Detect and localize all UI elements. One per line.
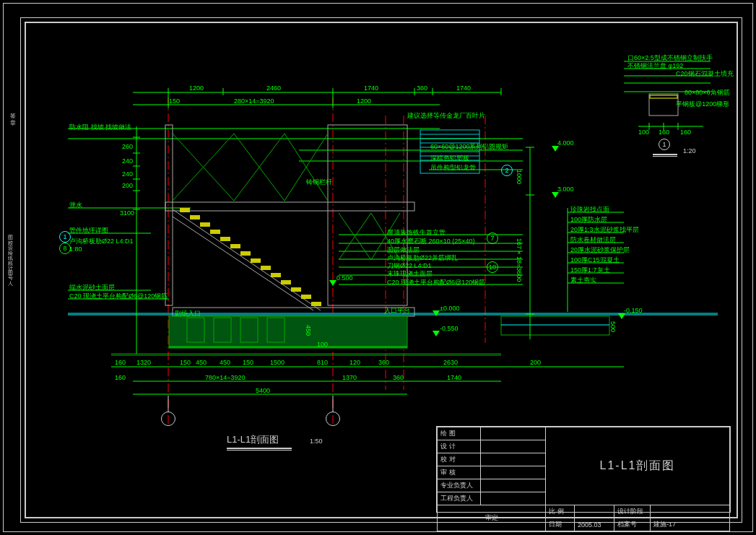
dim-span3: 360 [393,374,404,381]
lvl-base: -0.550 [440,325,459,332]
tb-stage-l: 设计阶段 [614,505,651,518]
sec-8: 素土夯实 [570,276,596,285]
sec-5: 20厚水泥砂浆保护层 [570,245,630,255]
svg-rect-30 [165,125,173,305]
lvl-f2: 3.000 [557,186,574,193]
anno-r7: C20 现浇土平台构配Ø6@120钢筋 [387,278,485,287]
svg-rect-47 [180,208,190,212]
tb-r5-l: 工程负责人 [438,492,481,505]
svg-rect-113 [649,94,678,116]
dim-top2-b: 280×14=3920 [234,97,274,105]
anno-left4: 1:80 [69,245,82,253]
axis-bubble-right [326,412,340,426]
callout-1l: 1 [59,231,71,243]
tb-r4-l: 专业负责人 [438,479,481,492]
svg-rect-58 [291,287,301,292]
main-scale: 1:50 [310,438,323,445]
det-d2: 160 [659,129,669,136]
svg-marker-98 [618,313,625,319]
title-underline [227,448,292,449]
callout-7: 7 [487,232,498,244]
anno-ceiling: 吊件构型铝龙骨 [430,163,476,173]
dim-l-3: 240 [122,170,133,178]
svg-marker-93 [552,146,559,152]
dim-b2: 150 [180,359,191,366]
svg-rect-48 [190,215,200,219]
anno-left1: 泄水 [69,201,82,210]
detail-scale: 1:20 [683,147,696,155]
dim-b11: 200 [530,359,541,366]
dim-top-4: 360 [417,84,427,92]
tb-approve: 审定 [438,505,546,531]
svg-marker-97 [329,280,336,286]
dim-span1: 780×14=3920 [205,374,246,381]
dim-b9: 360 [378,359,389,366]
title-block: 绘 图 L1-L1剖面图 设 计 校 对 审 核 专业负责人 工程负责人 审定 … [436,426,731,513]
lvl-pool: -0.150 [624,307,643,314]
det-d1: 100 [638,129,649,136]
svg-rect-69 [501,316,609,335]
sec-2: 100厚防水层 [570,215,607,225]
svg-rect-114 [650,95,677,98]
svg-rect-62 [169,347,407,348]
svg-rect-54 [251,258,261,263]
dim-b6: 1500 [270,359,284,366]
dim-l-4: 200 [122,182,133,189]
svg-rect-50 [210,230,220,234]
tb-date: 2005.03 [575,518,614,531]
section-title: L1-L1剖面图 [227,433,279,449]
tb-r0-v [481,427,546,440]
svg-marker-96 [433,331,440,336]
drawing-canvas: 1200 2460 1740 360 1740 150 280×14=3920 … [25,22,738,518]
dim-b4: 450 [220,359,230,366]
sec-4: 防水卷材做法层 [570,235,616,245]
tb-sheet-no: 建施-17 [651,518,730,531]
svg-rect-29 [165,202,414,211]
lvl-roof: 4.000 [557,139,574,147]
sec-7: 150厚1:7灰土 [570,266,610,275]
dim-b1: 1320 [136,359,151,366]
sec-6: 100厚C15混凝土 [570,256,620,265]
callout-8: 8 [59,243,71,254]
svg-rect-53 [240,251,251,256]
dim-top-5: 1740 [456,84,471,92]
det-4: 80×80×6角钢筋 [685,88,730,97]
dim-r-3600: 167×18=3600 [516,238,523,282]
dim-step-100: 100 [317,341,328,348]
dim-l-1: 260 [122,143,133,150]
dim-b3: 450 [196,359,207,366]
anno-louver: 建议选择等传金龙厂百叶片 [407,111,485,121]
tb-r0-l: 绘 图 [438,427,481,440]
svg-marker-94 [552,192,559,198]
anno-entry: 剧场入口 [175,309,201,318]
tb-arch-l: 档案号 [614,518,651,531]
anno-wallmid: 铸铜栏杆 [306,178,332,187]
dim-span4: 1740 [447,374,461,381]
anno-roof-wp: 防水阻 找坡 找坡做法 [69,123,131,132]
dim-margin-b: 160 [115,359,126,366]
svg-rect-52 [230,244,240,248]
anno-purlin: 60×60@1200系列铝圆规矩 [430,142,508,152]
dim-b10: 2630 [443,359,458,366]
tb-date-l: 日期 [546,518,575,531]
svg-rect-59 [301,295,311,299]
dim-l-2: 240 [122,157,133,165]
svg-line-33 [173,209,321,310]
side-label-top: 签 章 [9,108,16,115]
dim-top2-a: 150 [169,97,180,105]
dim-margin-l: 160 [115,374,126,381]
dim-top2-c: 1200 [357,97,371,105]
svg-rect-56 [271,273,281,277]
dim-b8: 120 [349,359,360,366]
lvl-step: 0.500 [336,274,353,282]
dim-b7: 810 [317,359,328,366]
det-3: C20钢石混凝土填充 [676,69,734,79]
dim-r-1000: 1000 [516,170,523,184]
dim-top-1: 1200 [189,84,204,92]
axis-bubble-left [161,412,175,426]
tb-r3-l: 审 核 [438,466,481,479]
svg-rect-57 [281,280,291,284]
side-label-bottom: 图 校 设 绘 纸 核 计 图 号 人 [7,231,14,277]
svg-rect-49 [200,222,210,227]
svg-line-34 [173,217,313,310]
